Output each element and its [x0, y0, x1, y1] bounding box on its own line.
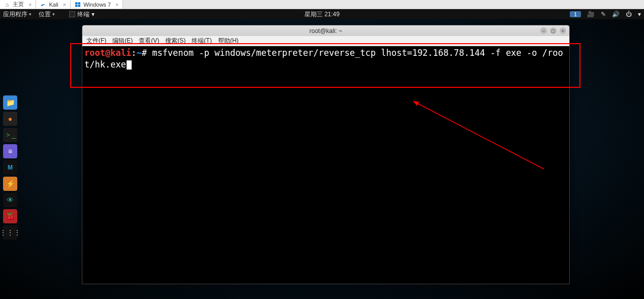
- terminal-icon: ＞_: [5, 130, 16, 140]
- prompt-at: @: [105, 48, 110, 58]
- prompt-user: root: [84, 48, 105, 58]
- svg-rect-2: [75, 5, 78, 7]
- places-label: 位置: [39, 10, 51, 19]
- applications-menu[interactable]: 应用程序 ▾: [3, 10, 32, 19]
- chevron-down-icon: ▾: [52, 12, 55, 17]
- record-icon[interactable]: 🎥: [587, 11, 595, 18]
- chevron-down-icon: ▾: [29, 12, 32, 17]
- active-app-label: 终端: [77, 10, 89, 19]
- grid-icon: ⋮⋮⋮: [0, 228, 21, 237]
- dock-item-zenmap[interactable]: ⚡: [3, 177, 17, 191]
- windows-icon: [75, 2, 81, 8]
- dock-item-metasploit[interactable]: M: [3, 160, 17, 175]
- datetime-label: 星期三 21:49: [304, 11, 340, 18]
- chevron-down-icon: ▾: [91, 11, 95, 18]
- dock: 📁 ● ＞_ ≡ M ⚡ 👁 🍒 ⋮⋮⋮: [3, 95, 18, 240]
- firefox-icon: ●: [8, 115, 12, 123]
- terminal-window: root@kali: ~ – ▢ × 文件(F) 编辑(E) 查看(V) 搜索(…: [82, 25, 570, 284]
- menu-search[interactable]: 搜索(S): [165, 37, 186, 45]
- menu-terminal[interactable]: 终端(T): [192, 37, 211, 45]
- dock-item-terminal[interactable]: ＞_: [3, 128, 17, 142]
- close-icon[interactable]: ×: [28, 2, 32, 8]
- dock-item-files[interactable]: 📁: [3, 95, 17, 110]
- chevron-down-icon: ▾: [638, 11, 641, 18]
- browser-tab-label: Windows 7: [83, 2, 111, 8]
- editor-icon: ≡: [8, 147, 12, 155]
- menu-edit[interactable]: 编辑(E): [112, 37, 133, 45]
- window-title: root@kali: ~: [310, 27, 343, 35]
- browser-tab-kali[interactable]: Kali ×: [36, 0, 71, 9]
- minimize-button[interactable]: –: [540, 27, 547, 34]
- status-area: 1 🎥 ✎ 🔊 ⏻ ▾: [570, 11, 641, 18]
- outer-browser-tab-strip: ⌂ 主页 × Kali × Windows 7 ×: [0, 0, 644, 9]
- svg-rect-3: [78, 5, 81, 7]
- svg-rect-1: [78, 2, 81, 4]
- menu-file[interactable]: 文件(F): [86, 37, 106, 45]
- close-icon[interactable]: ×: [63, 2, 66, 8]
- zenmap-icon: ⚡: [6, 180, 15, 188]
- browser-tab-home[interactable]: ⌂ 主页 ×: [0, 0, 36, 9]
- terminal-titlebar[interactable]: root@kali: ~ – ▢ ×: [82, 25, 569, 36]
- dock-item-firefox[interactable]: ●: [3, 112, 17, 126]
- volume-icon[interactable]: 🔊: [612, 11, 620, 18]
- svg-rect-0: [75, 2, 78, 4]
- text-cursor: [127, 60, 132, 70]
- workspace-badge[interactable]: 1: [570, 11, 581, 17]
- active-app-indicator[interactable]: 终端 ▾: [69, 10, 95, 19]
- maximize-button[interactable]: ▢: [550, 27, 557, 34]
- close-icon[interactable]: ×: [115, 2, 118, 8]
- prompt-sep: :: [131, 48, 136, 58]
- prompt-path: ~: [136, 48, 141, 58]
- terminal-menubar: 文件(F) 编辑(E) 查看(V) 搜索(S) 终端(T) 帮助(H): [82, 36, 569, 46]
- terminal-body[interactable]: root@kali:~# msfvenom -p windows/meterpr…: [82, 46, 569, 284]
- power-icon[interactable]: ⏻: [626, 11, 632, 18]
- prompt-hash: #: [142, 48, 147, 58]
- files-icon: 📁: [6, 98, 15, 107]
- applications-label: 应用程序: [3, 10, 27, 19]
- prompt-host: kali: [110, 48, 131, 58]
- accessibility-icon[interactable]: ✎: [601, 11, 606, 18]
- dock-item-cherry[interactable]: 🍒: [3, 209, 17, 223]
- metasploit-icon: M: [8, 164, 13, 171]
- dock-item-show[interactable]: 👁: [3, 193, 17, 207]
- dock-item-all-apps[interactable]: ⋮⋮⋮: [3, 225, 17, 240]
- dock-item-editor[interactable]: ≡: [3, 144, 17, 158]
- cherry-icon: 🍒: [6, 212, 15, 220]
- menu-view[interactable]: 查看(V): [139, 37, 159, 45]
- terminal-icon: [69, 11, 75, 17]
- desktop: 📁 ● ＞_ ≡ M ⚡ 👁 🍒 ⋮⋮⋮ root@kali: ~: [0, 19, 644, 299]
- command-text: msfvenom -p windows/meterpreter/reverse_…: [84, 48, 563, 70]
- eye-icon: 👁: [7, 196, 14, 204]
- browser-tab-label: Kali: [49, 2, 58, 8]
- window-controls: – ▢ ×: [540, 27, 569, 34]
- home-icon: ⌂: [4, 2, 10, 8]
- menu-help[interactable]: 帮助(H): [218, 37, 239, 45]
- places-menu[interactable]: 位置 ▾: [39, 10, 55, 19]
- browser-tab-label: 主页: [13, 1, 24, 8]
- browser-tab-windows7[interactable]: Windows 7 ×: [71, 0, 123, 9]
- clock[interactable]: 星期三 21:49: [304, 10, 340, 19]
- kali-icon: [40, 2, 46, 8]
- close-button[interactable]: ×: [560, 27, 566, 34]
- gnome-top-bar: 应用程序 ▾ 位置 ▾ 终端 ▾ 星期三 21:49 1 🎥 ✎ 🔊 ⏻ ▾: [0, 9, 644, 19]
